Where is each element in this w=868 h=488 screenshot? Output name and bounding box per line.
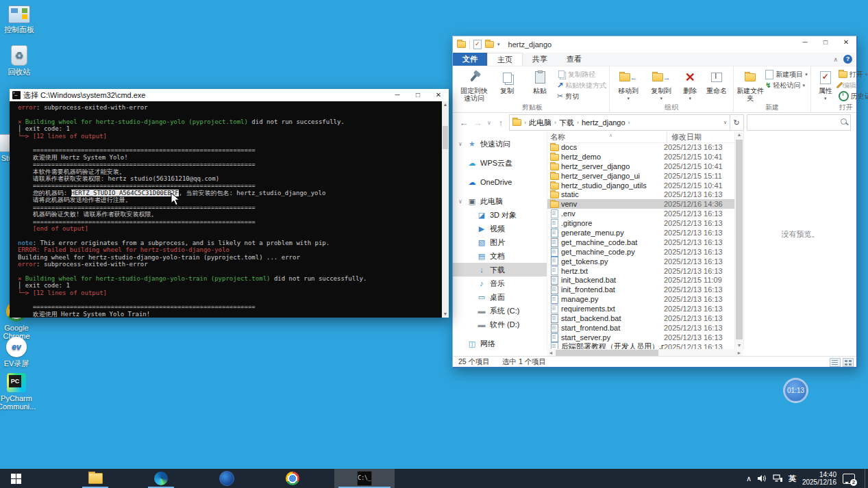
file-list-scrollbar[interactable]: ▲ ▼ [734, 131, 743, 349]
breadcrumb-this-pc[interactable]: 此电脑 [529, 118, 551, 128]
history-button[interactable]: 历史记录 [839, 91, 868, 101]
file-row[interactable]: manage.py2025/12/13 16:13 [547, 294, 734, 304]
taskbar-edge-button[interactable] [144, 469, 178, 488]
tab-share[interactable]: 共享 [523, 53, 557, 66]
cmd-scroll-thumb[interactable] [443, 126, 448, 149]
new-folder-button[interactable]: 新建文件夹 [736, 68, 764, 102]
explorer-close-button[interactable]: ✕ [836, 36, 856, 53]
file-row[interactable]: hertz_studio_django_utils2025/12/15 10:4… [547, 181, 734, 190]
sidebar-item-net[interactable]: ◫网络 [453, 337, 547, 349]
desktop-icon-ev-recorder[interactable]: ev EV录屏 [0, 337, 36, 368]
cmd-maximize-button[interactable]: □ [408, 89, 428, 101]
large-icons-view-button[interactable] [843, 358, 854, 367]
new-item-button[interactable]: 新建项目▾ [765, 69, 808, 79]
sidebar-item-one[interactable]: ☁OneDrive [453, 175, 547, 189]
taskbar-blue-app-button[interactable] [210, 469, 244, 488]
move-to-button[interactable]: ← 移动到▾ [612, 68, 644, 102]
taskbar-file-explorer-button[interactable] [78, 469, 112, 488]
rename-button[interactable]: 重命名 [703, 68, 730, 94]
forward-button[interactable]: → [472, 118, 483, 128]
pin-to-quick-access-button[interactable]: 固定到快速访问 [458, 68, 490, 102]
start-button[interactable] [0, 469, 32, 488]
tab-file[interactable]: 文件 [453, 53, 487, 66]
column-header-name[interactable]: 名称 [547, 131, 667, 142]
desktop-icon-pycharm[interactable]: PyCharm Communi... [0, 373, 36, 411]
explorer-minimize-button[interactable]: ─ [795, 36, 815, 53]
tab-home[interactable]: 主页 [487, 53, 523, 66]
explorer-title-bar[interactable]: ▾ hertz_django ─ □ ✕ [453, 36, 856, 53]
file-row[interactable]: .gitignore2025/12/13 16:13 [547, 218, 734, 228]
recent-locations-caret-icon[interactable]: ∨ [486, 120, 493, 126]
file-row[interactable]: .env2025/12/13 16:13 [547, 209, 734, 218]
cmd-title-bar[interactable]: 选择 C:\Windows\system32\cmd.exe ─ □ ✕ [10, 89, 449, 101]
easy-access-button[interactable]: ↯ 轻松访问▾ [765, 80, 808, 90]
sidebar-item-doc[interactable]: ▤文档 [453, 249, 547, 263]
search-input[interactable] [747, 114, 851, 131]
scroll-down-icon[interactable]: ▼ [735, 342, 743, 349]
file-row[interactable]: requirements.txt2025/12/13 16:13 [547, 304, 734, 313]
file-row[interactable]: get_machine_code.py2025/12/13 16:13 [547, 247, 734, 257]
breadcrumb-downloads[interactable]: 下载 [559, 118, 574, 128]
sidebar-item-drive[interactable]: ▬系统 (C:) [453, 304, 547, 318]
breadcrumb[interactable]: › 此电脑 › 下载 › hertz_django › ∨ [509, 114, 730, 131]
edit-button[interactable]: 编辑 [839, 80, 868, 90]
copy-to-button[interactable]: → 复制到▾ [645, 68, 677, 102]
copy-button[interactable]: 复制 [491, 68, 523, 94]
file-row[interactable]: start_backend.bat2025/12/13 16:13 [547, 313, 734, 323]
ev-recording-timer[interactable]: 01:13 [783, 378, 808, 403]
sidebar-item-drive[interactable]: ▬软件 (D:) [453, 318, 547, 331]
cmd-scroll-up-icon[interactable]: ▲ [442, 101, 449, 108]
file-row[interactable]: hertz_demo2025/12/15 10:41 [547, 152, 734, 162]
open-button[interactable]: 打开▾ [839, 69, 868, 79]
cmd-scrollbar[interactable]: ▲ ▼ [442, 101, 449, 318]
sidebar-item-obj[interactable]: ◪3D 对象 [453, 208, 547, 222]
file-row[interactable]: venv2025/12/16 14:36 [547, 199, 734, 209]
taskbar-cmd-button[interactable]: C:\_ [334, 469, 395, 488]
cmd-scroll-down-icon[interactable]: ▼ [442, 311, 449, 318]
ime-indicator[interactable]: 英 [789, 474, 796, 484]
column-header-date[interactable]: 修改日期 [667, 131, 734, 142]
network-icon[interactable] [773, 474, 782, 483]
desktop-icon-control-panel[interactable]: 控制面板 [0, 5, 38, 34]
sidebar-item-wps[interactable]: ☁WPS云盘 [453, 156, 547, 170]
file-row[interactable]: docs2025/12/13 16:13 [547, 142, 734, 152]
expand-chevron-icon[interactable]: ∨ [458, 198, 464, 205]
sidebar-item-pic[interactable]: ▧图片 [453, 235, 547, 249]
file-row[interactable]: static2025/12/13 16:13 [547, 190, 734, 199]
qat-properties-button[interactable] [473, 40, 482, 49]
address-dropdown-caret-icon[interactable]: ∨ [723, 120, 727, 125]
scroll-thumb[interactable] [736, 140, 743, 339]
file-row[interactable]: init_frontend.bat2025/12/13 16:13 [547, 285, 734, 294]
breadcrumb-current-folder[interactable]: hertz_django [582, 118, 625, 127]
sidebar-item-vid[interactable]: ▶视频 [453, 222, 547, 235]
delete-button[interactable]: ✕ 删除▾ [678, 68, 702, 102]
taskbar-clock[interactable]: 14:40 2025/12/16 [802, 471, 836, 486]
taskbar-chrome-button[interactable] [275, 469, 310, 488]
qat-new-folder-button[interactable] [485, 41, 494, 48]
tray-expand-icon[interactable]: ∧ [746, 474, 752, 483]
explorer-maximize-button[interactable]: □ [815, 36, 836, 53]
action-center-icon[interactable]: 2 [843, 474, 855, 484]
file-row[interactable]: 后端部署教程（开发人员用）.md2025/12/13 16:13 [547, 342, 734, 349]
desktop-icon-recycle-bin[interactable]: ♻ 回收站 [0, 45, 38, 76]
collapse-ribbon-icon[interactable]: ∧ [833, 56, 838, 63]
qat-customize-caret-icon[interactable]: ▾ [497, 42, 500, 47]
back-button[interactable]: ← [458, 118, 469, 128]
file-row[interactable]: get_machine_code.bat2025/12/13 16:13 [547, 237, 734, 247]
file-row[interactable]: generate_menu.py2025/12/13 16:13 [547, 228, 734, 237]
paste-shortcut-button[interactable]: ↗ 粘贴快捷方式 [557, 80, 606, 90]
sidebar-item-pc[interactable]: ∨▣此电脑 [453, 194, 547, 208]
file-row[interactable]: hertz_server_django_ui2025/12/15 15:11 [547, 171, 734, 181]
file-row[interactable]: hertz_server_django2025/12/15 10:41 [547, 162, 734, 171]
sidebar-item-dl[interactable]: ↓下载 [453, 263, 547, 277]
tab-view[interactable]: 查看 [557, 53, 591, 66]
copy-path-button[interactable]: 复制路径 [557, 69, 606, 79]
refresh-button[interactable]: ↻ [730, 114, 744, 131]
volume-icon[interactable] [758, 474, 767, 483]
cut-button[interactable]: ✂ 剪切 [557, 91, 606, 101]
sidebar-item-desk[interactable]: ▭桌面 [453, 290, 547, 304]
sidebar-item-mus[interactable]: ♪音乐 [453, 277, 547, 290]
scroll-up-icon[interactable]: ▲ [735, 131, 743, 138]
file-row[interactable]: get_tokens.py2025/12/13 16:13 [547, 257, 734, 266]
cmd-output[interactable]: error: subprocess-exited-with-error × Bu… [10, 101, 449, 318]
